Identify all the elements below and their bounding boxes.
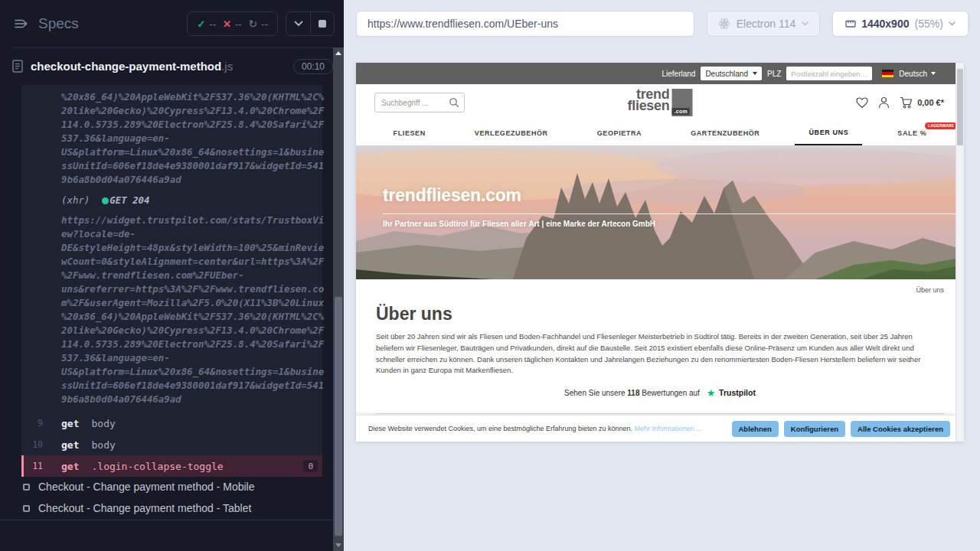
- cookie-button[interactable]: Alle Cookies akzeptieren: [851, 421, 950, 437]
- cookie-banner: Diese Website verwendet Cookies, um eine…: [356, 416, 956, 442]
- search-input[interactable]: [375, 99, 449, 107]
- site-logo[interactable]: trend fliesen .com: [628, 89, 693, 116]
- cookie-message: Diese Website verwendet Cookies, um eine…: [368, 425, 702, 432]
- cart-icon: [900, 96, 913, 109]
- command-count-badge: 0: [303, 461, 318, 472]
- nav-item[interactable]: FLIESEN: [380, 121, 439, 145]
- about-paragraph: Seit über 20 Jahren sind wir als Fliesen…: [376, 331, 944, 377]
- log-url-line: 114.0.5735.289%20Electron%2F25.8.4%20Saf…: [21, 337, 322, 351]
- browser-selector[interactable]: Electron 114: [707, 11, 820, 37]
- log-url-line: uns&referrer=https%3A%2F%2Fwww.trendflie…: [21, 282, 322, 296]
- site-scroll-thumb[interactable]: [957, 69, 963, 145]
- cookie-button[interactable]: Ablehnen: [732, 421, 779, 437]
- aut-iframe: Lieferland Deutschland PLZ Deutsch: [356, 63, 964, 442]
- electron-icon: [718, 18, 730, 30]
- trust-review-count: 118: [627, 389, 639, 397]
- cypress-runner: Specs ✓-- ✕-- ↻--: [0, 0, 980, 551]
- hero-title: trendfliesen.com: [383, 185, 521, 206]
- command-target: body: [91, 439, 115, 451]
- log-url-line: US&platform=Linux%20x86_64&nosettings=1&…: [21, 145, 322, 159]
- cookie-more-info-link[interactable]: Mehr Informationen ...: [635, 425, 702, 432]
- address-bar[interactable]: https://www.trendfliesen.com/UEber-uns: [356, 11, 694, 37]
- failed-count: --: [235, 18, 242, 30]
- log-url-line: 537.36&language=en-: [21, 132, 322, 145]
- xhr-label: (xhr): [61, 194, 90, 207]
- command-number: 11: [21, 461, 43, 471]
- language-selector[interactable]: Deutsch: [899, 70, 936, 78]
- stat-pending[interactable]: ↻--: [249, 18, 268, 30]
- command-method: get: [61, 439, 79, 451]
- search-icon[interactable]: [449, 97, 459, 108]
- reporter-scroll-thumb[interactable]: [335, 297, 342, 536]
- country-select[interactable]: Deutschland: [701, 67, 762, 80]
- scroll-down-icon[interactable]: [335, 543, 341, 547]
- request-url-block-2: https://widget.trustpilot.com/stats/Trus…: [21, 214, 322, 406]
- scroll-up-icon[interactable]: [335, 51, 341, 55]
- plz-label: PLZ: [767, 70, 781, 78]
- request-url-block-1: %20x86_64)%20AppleWebKit%2F537.36%20(KHT…: [21, 85, 322, 187]
- suite-row[interactable]: Checkout - Change payment method - Mobil…: [0, 476, 333, 497]
- mountain-photo: [356, 145, 956, 279]
- specs-menu-icon[interactable]: [14, 18, 29, 29]
- stat-passed[interactable]: ✓--: [197, 18, 216, 30]
- suite-row[interactable]: Checkout - Change payment method - Table…: [0, 497, 333, 519]
- wishlist-heart-icon[interactable]: [856, 97, 868, 109]
- nav-item[interactable]: VERLEGEZUBEHÖR: [461, 121, 562, 145]
- plz-input[interactable]: [786, 67, 872, 80]
- reporter-scrollbar[interactable]: [333, 47, 344, 551]
- viewport-selector[interactable]: 1440x900 (55%): [832, 11, 969, 37]
- collapse-all-button[interactable]: [286, 12, 310, 35]
- command-number: 10: [21, 439, 43, 450]
- reporter-header: Specs ✓-- ✕-- ↻--: [0, 0, 344, 47]
- breadcrumb[interactable]: Über uns: [376, 279, 944, 294]
- trust-prefix: Sehen Sie unsere: [564, 389, 626, 397]
- log-url-line: US&platform=Linux%20x86_64&nosettings=1&…: [21, 365, 322, 379]
- account-icon[interactable]: [878, 96, 890, 109]
- spec-name[interactable]: checkout-change-payment-method.js: [31, 60, 233, 73]
- log-url-line: https://widget.trustpilot.com/stats/Trus…: [21, 214, 322, 227]
- nav-item[interactable]: GEOPIETRA: [583, 121, 655, 145]
- stat-failed[interactable]: ✕--: [223, 18, 242, 30]
- log-url-line: DE&styleHeight=48px&styleWidth=100%25&mi…: [21, 241, 322, 255]
- country-value: Deutschland: [705, 70, 748, 78]
- command-target: body: [91, 418, 115, 429]
- nav-item-label: GEOPIETRA: [597, 129, 642, 137]
- nav-item[interactable]: SALE % LAGERWARE: [884, 121, 940, 145]
- header-icons: 0,00 €*: [856, 84, 944, 121]
- command-row[interactable]: 10 get body: [21, 434, 322, 455]
- cookie-buttons: AblehnenKonfigurierenAlle Cookies akzept…: [732, 421, 951, 437]
- nav-item[interactable]: GARTENZUBEHÖR: [677, 121, 773, 145]
- reporter-controls: [286, 11, 335, 36]
- viewport-zoom: (55%): [914, 18, 942, 30]
- nav-item[interactable]: ÜBER UNS: [795, 121, 862, 145]
- nav-item-label: GARTENZUBEHÖR: [691, 129, 760, 137]
- content-divider: [376, 413, 944, 414]
- spec-row: checkout-change-payment-method.js 00:10: [0, 48, 344, 84]
- nav-item-label: SALE %: [897, 129, 926, 137]
- cookie-button[interactable]: Konfigurieren: [784, 421, 845, 437]
- xhr-event-row[interactable]: (xhr) GET 204: [21, 194, 322, 207]
- search-box[interactable]: [374, 93, 465, 112]
- main-nav: FLIESEN VERLEGEZUBEHÖR GEOPIETRA GARTENZ…: [356, 121, 964, 145]
- site-scrollbar[interactable]: [956, 63, 964, 442]
- chevron-down-icon: [802, 21, 808, 26]
- stop-button[interactable]: [310, 12, 334, 35]
- command-row[interactable]: 9 get body: [21, 412, 322, 434]
- cart-amount: 0,00 €*: [917, 98, 944, 107]
- command-row[interactable]: 11 get .login-collapse-toggle 0: [21, 455, 322, 477]
- command-method: get: [61, 461, 79, 472]
- trustpilot-brand[interactable]: Trustpilot: [719, 388, 756, 397]
- suite-collapse-icon: [23, 484, 30, 491]
- spec-extension: .js: [221, 60, 233, 73]
- log-url-line: ew?locale=de-: [21, 227, 322, 241]
- chevron-down-icon: [931, 72, 936, 75]
- specs-title: Specs: [38, 15, 79, 32]
- failed-icon: ✕: [223, 18, 231, 30]
- log-url-line: ssUnitId=606ef18de4e9380001daf917&widget…: [21, 379, 322, 393]
- suite-title: Checkout - Change payment method - Mobil…: [38, 481, 254, 493]
- suite-list: Checkout - Change payment method - Mobil…: [0, 476, 333, 519]
- reporter-panel: Specs ✓-- ✕-- ↻--: [0, 0, 344, 551]
- log-url-line: 537.36&language=en-: [21, 351, 322, 365]
- logo-text: trend fliesen: [628, 89, 670, 112]
- cart-button[interactable]: 0,00 €*: [900, 96, 944, 109]
